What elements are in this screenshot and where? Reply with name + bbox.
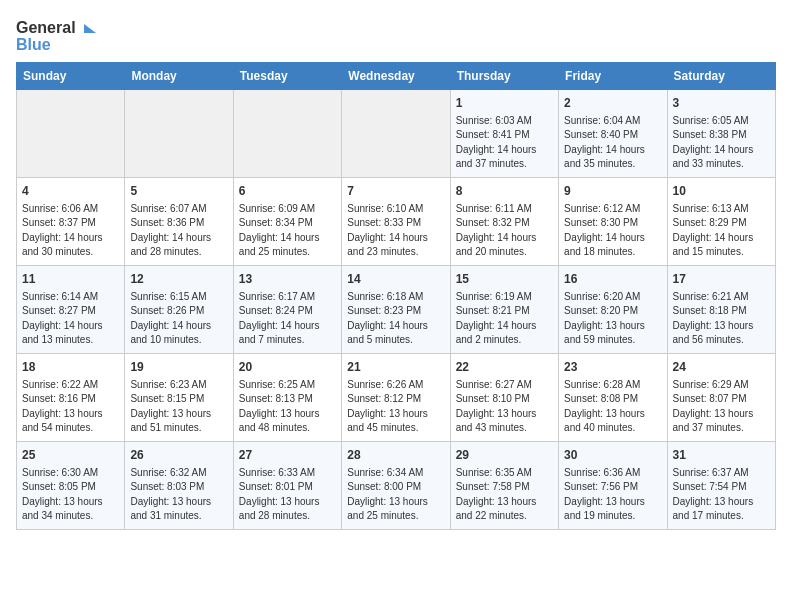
calendar-cell: 29Sunrise: 6:35 AM Sunset: 7:58 PM Dayli… [450, 442, 558, 530]
calendar-cell: 17Sunrise: 6:21 AM Sunset: 8:18 PM Dayli… [667, 266, 775, 354]
logo-icon: GeneralBlue [16, 16, 106, 54]
calendar-cell: 4Sunrise: 6:06 AM Sunset: 8:37 PM Daylig… [17, 178, 125, 266]
day-number: 16 [564, 271, 661, 288]
calendar-cell: 11Sunrise: 6:14 AM Sunset: 8:27 PM Dayli… [17, 266, 125, 354]
day-info: Sunrise: 6:29 AM Sunset: 8:07 PM Dayligh… [673, 378, 770, 436]
day-number: 3 [673, 95, 770, 112]
day-info: Sunrise: 6:32 AM Sunset: 8:03 PM Dayligh… [130, 466, 227, 524]
calendar-cell: 18Sunrise: 6:22 AM Sunset: 8:16 PM Dayli… [17, 354, 125, 442]
calendar-cell [125, 90, 233, 178]
calendar-cell [342, 90, 450, 178]
day-number: 7 [347, 183, 444, 200]
calendar-cell: 15Sunrise: 6:19 AM Sunset: 8:21 PM Dayli… [450, 266, 558, 354]
header-row: SundayMondayTuesdayWednesdayThursdayFrid… [17, 63, 776, 90]
day-info: Sunrise: 6:37 AM Sunset: 7:54 PM Dayligh… [673, 466, 770, 524]
calendar-cell: 24Sunrise: 6:29 AM Sunset: 8:07 PM Dayli… [667, 354, 775, 442]
calendar-cell: 1Sunrise: 6:03 AM Sunset: 8:41 PM Daylig… [450, 90, 558, 178]
day-number: 9 [564, 183, 661, 200]
calendar-cell: 19Sunrise: 6:23 AM Sunset: 8:15 PM Dayli… [125, 354, 233, 442]
calendar-cell: 25Sunrise: 6:30 AM Sunset: 8:05 PM Dayli… [17, 442, 125, 530]
day-number: 20 [239, 359, 336, 376]
calendar-cell: 12Sunrise: 6:15 AM Sunset: 8:26 PM Dayli… [125, 266, 233, 354]
day-number: 22 [456, 359, 553, 376]
calendar-week-4: 18Sunrise: 6:22 AM Sunset: 8:16 PM Dayli… [17, 354, 776, 442]
day-header-wednesday: Wednesday [342, 63, 450, 90]
day-info: Sunrise: 6:20 AM Sunset: 8:20 PM Dayligh… [564, 290, 661, 348]
day-info: Sunrise: 6:07 AM Sunset: 8:36 PM Dayligh… [130, 202, 227, 260]
calendar-cell: 14Sunrise: 6:18 AM Sunset: 8:23 PM Dayli… [342, 266, 450, 354]
day-number: 29 [456, 447, 553, 464]
calendar-cell [17, 90, 125, 178]
calendar-week-2: 4Sunrise: 6:06 AM Sunset: 8:37 PM Daylig… [17, 178, 776, 266]
day-number: 6 [239, 183, 336, 200]
day-info: Sunrise: 6:04 AM Sunset: 8:40 PM Dayligh… [564, 114, 661, 172]
day-info: Sunrise: 6:13 AM Sunset: 8:29 PM Dayligh… [673, 202, 770, 260]
day-number: 30 [564, 447, 661, 464]
day-number: 11 [22, 271, 119, 288]
day-number: 21 [347, 359, 444, 376]
day-info: Sunrise: 6:36 AM Sunset: 7:56 PM Dayligh… [564, 466, 661, 524]
calendar-cell: 20Sunrise: 6:25 AM Sunset: 8:13 PM Dayli… [233, 354, 341, 442]
calendar-body: 1Sunrise: 6:03 AM Sunset: 8:41 PM Daylig… [17, 90, 776, 530]
calendar-cell: 22Sunrise: 6:27 AM Sunset: 8:10 PM Dayli… [450, 354, 558, 442]
calendar-table: SundayMondayTuesdayWednesdayThursdayFrid… [16, 62, 776, 530]
calendar-header: SundayMondayTuesdayWednesdayThursdayFrid… [17, 63, 776, 90]
day-info: Sunrise: 6:09 AM Sunset: 8:34 PM Dayligh… [239, 202, 336, 260]
calendar-week-3: 11Sunrise: 6:14 AM Sunset: 8:27 PM Dayli… [17, 266, 776, 354]
day-header-friday: Friday [559, 63, 667, 90]
day-number: 14 [347, 271, 444, 288]
day-number: 31 [673, 447, 770, 464]
svg-marker-2 [84, 24, 96, 33]
day-number: 25 [22, 447, 119, 464]
day-info: Sunrise: 6:10 AM Sunset: 8:33 PM Dayligh… [347, 202, 444, 260]
day-info: Sunrise: 6:35 AM Sunset: 7:58 PM Dayligh… [456, 466, 553, 524]
day-info: Sunrise: 6:18 AM Sunset: 8:23 PM Dayligh… [347, 290, 444, 348]
day-number: 26 [130, 447, 227, 464]
day-number: 23 [564, 359, 661, 376]
day-info: Sunrise: 6:22 AM Sunset: 8:16 PM Dayligh… [22, 378, 119, 436]
calendar-cell: 21Sunrise: 6:26 AM Sunset: 8:12 PM Dayli… [342, 354, 450, 442]
day-info: Sunrise: 6:03 AM Sunset: 8:41 PM Dayligh… [456, 114, 553, 172]
day-number: 10 [673, 183, 770, 200]
svg-text:Blue: Blue [16, 36, 51, 53]
day-number: 17 [673, 271, 770, 288]
day-number: 2 [564, 95, 661, 112]
day-number: 12 [130, 271, 227, 288]
day-info: Sunrise: 6:25 AM Sunset: 8:13 PM Dayligh… [239, 378, 336, 436]
day-header-tuesday: Tuesday [233, 63, 341, 90]
logo: GeneralBlue [16, 16, 106, 54]
day-number: 24 [673, 359, 770, 376]
day-number: 27 [239, 447, 336, 464]
calendar-cell: 13Sunrise: 6:17 AM Sunset: 8:24 PM Dayli… [233, 266, 341, 354]
day-info: Sunrise: 6:15 AM Sunset: 8:26 PM Dayligh… [130, 290, 227, 348]
day-header-thursday: Thursday [450, 63, 558, 90]
day-info: Sunrise: 6:34 AM Sunset: 8:00 PM Dayligh… [347, 466, 444, 524]
calendar-cell: 16Sunrise: 6:20 AM Sunset: 8:20 PM Dayli… [559, 266, 667, 354]
calendar-cell: 26Sunrise: 6:32 AM Sunset: 8:03 PM Dayli… [125, 442, 233, 530]
day-number: 4 [22, 183, 119, 200]
day-number: 15 [456, 271, 553, 288]
svg-text:General: General [16, 19, 76, 36]
calendar-cell [233, 90, 341, 178]
day-info: Sunrise: 6:27 AM Sunset: 8:10 PM Dayligh… [456, 378, 553, 436]
calendar-cell: 28Sunrise: 6:34 AM Sunset: 8:00 PM Dayli… [342, 442, 450, 530]
day-header-monday: Monday [125, 63, 233, 90]
calendar-cell: 8Sunrise: 6:11 AM Sunset: 8:32 PM Daylig… [450, 178, 558, 266]
page-header: GeneralBlue [16, 16, 776, 54]
calendar-cell: 23Sunrise: 6:28 AM Sunset: 8:08 PM Dayli… [559, 354, 667, 442]
day-number: 5 [130, 183, 227, 200]
calendar-cell: 30Sunrise: 6:36 AM Sunset: 7:56 PM Dayli… [559, 442, 667, 530]
day-info: Sunrise: 6:06 AM Sunset: 8:37 PM Dayligh… [22, 202, 119, 260]
calendar-week-1: 1Sunrise: 6:03 AM Sunset: 8:41 PM Daylig… [17, 90, 776, 178]
calendar-week-5: 25Sunrise: 6:30 AM Sunset: 8:05 PM Dayli… [17, 442, 776, 530]
day-info: Sunrise: 6:23 AM Sunset: 8:15 PM Dayligh… [130, 378, 227, 436]
calendar-cell: 10Sunrise: 6:13 AM Sunset: 8:29 PM Dayli… [667, 178, 775, 266]
day-info: Sunrise: 6:19 AM Sunset: 8:21 PM Dayligh… [456, 290, 553, 348]
calendar-cell: 5Sunrise: 6:07 AM Sunset: 8:36 PM Daylig… [125, 178, 233, 266]
calendar-cell: 27Sunrise: 6:33 AM Sunset: 8:01 PM Dayli… [233, 442, 341, 530]
day-number: 8 [456, 183, 553, 200]
day-number: 19 [130, 359, 227, 376]
day-number: 1 [456, 95, 553, 112]
day-info: Sunrise: 6:14 AM Sunset: 8:27 PM Dayligh… [22, 290, 119, 348]
day-info: Sunrise: 6:17 AM Sunset: 8:24 PM Dayligh… [239, 290, 336, 348]
